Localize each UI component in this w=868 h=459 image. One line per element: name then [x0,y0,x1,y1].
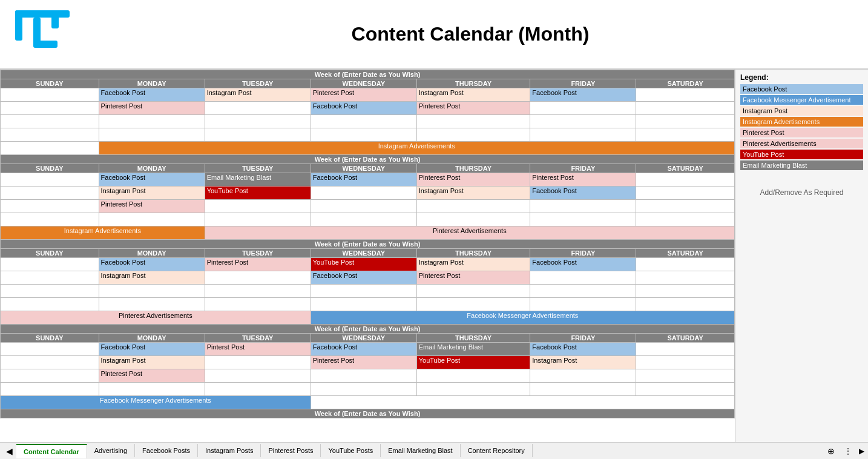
calendar-cell[interactable] [416,383,530,396]
calendar-cell[interactable]: Facebook Post [99,88,205,102]
calendar-cell[interactable]: Facebook Post [311,271,416,285]
calendar-cell[interactable] [99,285,205,298]
calendar-cell[interactable] [530,128,636,142]
calendar-cell[interactable]: Facebook Post [311,102,416,115]
calendar-cell[interactable] [311,187,416,200]
calendar-cell[interactable] [311,383,416,396]
calendar-cell[interactable] [1,173,99,187]
calendar-cell[interactable] [416,285,530,298]
calendar-cell[interactable]: YouTube Post [311,258,416,271]
calendar-cell[interactable]: Pinterest Post [416,102,530,115]
calendar-cell[interactable] [1,383,99,396]
calendar-cell[interactable] [99,213,205,226]
calendar-cell[interactable] [416,128,530,142]
calendar-cell[interactable] [530,200,636,213]
calendar-cell[interactable] [530,271,636,285]
calendar-cell[interactable] [311,369,416,383]
calendar-cell[interactable] [205,285,311,298]
calendar-cell[interactable] [530,115,636,128]
calendar-cell[interactable] [636,102,735,115]
tab-instagram-posts[interactable]: Instagram Posts [198,444,261,457]
calendar-cell[interactable] [205,369,311,383]
calendar-cell[interactable]: Instagram Post [530,356,636,369]
calendar-cell[interactable] [99,115,205,128]
calendar-cell[interactable] [1,343,99,356]
calendar-cell[interactable] [1,356,99,369]
calendar-cell[interactable]: Pinterest Post [311,356,416,369]
calendar-cell[interactable] [636,187,735,200]
calendar-cell[interactable] [99,298,205,311]
calendar-cell[interactable]: Pinterest Post [416,173,530,187]
calendar-cell[interactable]: Facebook Post [311,343,416,356]
calendar-cell[interactable]: Pinterest Post [99,102,205,115]
calendar-cell[interactable] [636,200,735,213]
calendar-cell[interactable] [636,88,735,102]
calendar-cell[interactable]: Pinterest Post [205,258,311,271]
calendar-cell[interactable]: Instagram Post [416,88,530,102]
calendar-cell[interactable] [636,173,735,187]
calendar-cell[interactable] [205,200,311,213]
calendar-cell[interactable]: Facebook Post [530,187,636,200]
calendar-cell[interactable] [530,369,636,383]
calendar-cell[interactable]: Facebook Post [99,173,205,187]
calendar-cell[interactable]: Instagram Post [416,258,530,271]
calendar-cell[interactable] [205,383,311,396]
calendar-cell[interactable] [311,285,416,298]
tab-youtube-posts[interactable]: YouTube Posts [321,444,381,457]
calendar-cell[interactable] [311,213,416,226]
calendar-cell[interactable]: Email Marketing Blast [416,343,530,356]
calendar-cell[interactable] [311,115,416,128]
calendar-cell[interactable] [530,285,636,298]
tab-content-repository[interactable]: Content Repository [461,444,533,457]
calendar-cell[interactable] [205,102,311,115]
calendar-cell[interactable] [416,115,530,128]
calendar-cell[interactable] [636,343,735,356]
calendar-cell[interactable]: Pinterst Post [205,343,311,356]
calendar-cell[interactable] [1,258,99,271]
calendar-cell[interactable] [636,271,735,285]
calendar-cell[interactable] [1,128,99,142]
calendar-cell[interactable]: Facebook Post [311,173,416,187]
calendar-cell[interactable] [1,115,99,128]
calendar-cell[interactable]: Email Marketing Blast [205,173,311,187]
calendar-cell[interactable] [1,298,99,311]
calendar-cell[interactable]: Facebook Post [530,343,636,356]
tab-more-icon[interactable]: ⋮ [841,444,855,458]
calendar-cell[interactable] [1,213,99,226]
calendar-cell[interactable] [636,356,735,369]
tab-add-icon[interactable]: ⊕ [821,443,841,459]
calendar-cell[interactable] [636,285,735,298]
calendar-cell[interactable] [205,356,311,369]
calendar-cell[interactable]: Instagram Post [99,271,205,285]
tab-advertising[interactable]: Advertising [87,444,135,457]
calendar-cell[interactable]: Facebook Post [530,88,636,102]
calendar-cell[interactable]: Facebook Post [530,258,636,271]
tab-content-calendar[interactable]: Content Calendar [16,444,87,458]
calendar-cell[interactable] [1,102,99,115]
calendar-cell[interactable] [1,200,99,213]
tab-scroll-right-icon[interactable]: ▶ [855,444,868,458]
calendar-cell[interactable] [636,298,735,311]
tab-email-marketing-blast[interactable]: Email Marketing Blast [381,444,460,457]
calendar-cell[interactable] [1,285,99,298]
calendar-cell[interactable] [530,213,636,226]
calendar-cell[interactable]: Pinterest Post [530,173,636,187]
calendar-cell[interactable] [416,200,530,213]
tab-pinterest-posts[interactable]: Pinterest Posts [261,444,321,457]
calendar-cell[interactable]: YouTube Post [205,187,311,200]
calendar-cell[interactable] [636,369,735,383]
calendar-cell[interactable] [311,200,416,213]
calendar-cell[interactable]: Instagram Post [99,187,205,200]
calendar-cell[interactable] [99,383,205,396]
calendar-cell[interactable] [205,271,311,285]
calendar-cell[interactable] [636,383,735,396]
calendar-cell[interactable]: Instagram Post [416,187,530,200]
calendar-cell[interactable] [1,369,99,383]
calendar-cell[interactable] [1,187,99,200]
calendar-cell[interactable] [311,298,416,311]
calendar-cell[interactable] [205,128,311,142]
calendar-cell[interactable] [416,298,530,311]
calendar-cell[interactable]: Facebook Post [99,343,205,356]
calendar-cell[interactable] [636,213,735,226]
calendar-cell[interactable] [416,213,530,226]
